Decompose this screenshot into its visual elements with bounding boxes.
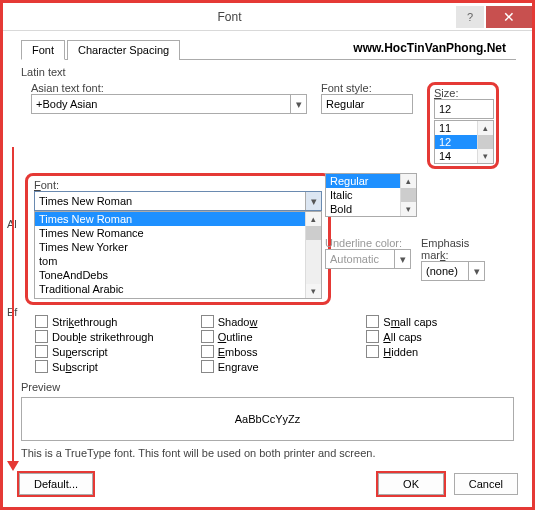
checkbox-engrave[interactable] — [201, 360, 214, 373]
chevron-down-icon: ▾ — [468, 262, 484, 280]
close-button[interactable]: ✕ — [486, 6, 532, 28]
checkbox-strikethrough[interactable] — [35, 315, 48, 328]
annotation-arrow-head — [7, 461, 19, 471]
scroll-down-icon[interactable]: ▾ — [478, 149, 493, 163]
font-label: Font: — [34, 179, 322, 191]
default-button-highlight: Default... — [17, 471, 95, 497]
chevron-down-icon: ▾ — [305, 192, 321, 210]
size-highlight: Size: 12 11 12 14 ▴ ▾ — [427, 82, 499, 169]
font-style-list[interactable]: Regular Italic Bold ▴ ▾ — [325, 173, 417, 217]
subscript-label: Subscript — [52, 361, 98, 373]
checkbox-small-caps[interactable] — [366, 315, 379, 328]
annotation-arrow — [12, 147, 14, 463]
underline-color-select: Automatic ▾ — [325, 249, 411, 269]
emphasis-label: Emphasis mark: — [421, 237, 485, 261]
help-button[interactable]: ? — [456, 6, 484, 28]
window-title: Font — [3, 10, 456, 24]
scroll-up-icon[interactable]: ▴ — [478, 121, 493, 135]
checkbox-superscript[interactable] — [35, 345, 48, 358]
hidden-label: Hidden — [383, 346, 418, 358]
ok-button-highlight: OK — [376, 471, 446, 497]
checkbox-emboss[interactable] — [201, 345, 214, 358]
font-highlight: Font: Times New Roman ▾ Times New Roman … — [25, 173, 331, 305]
preview-box: AaBbCcYyZz — [21, 397, 514, 441]
emboss-label: Emboss — [218, 346, 258, 358]
list-item[interactable]: Traditional Arabic — [35, 282, 321, 296]
cancel-button[interactable]: Cancel — [454, 473, 518, 495]
titlebar: Font ? ✕ — [3, 3, 532, 31]
scrollbar[interactable]: ▴ ▾ — [400, 174, 416, 216]
list-item[interactable]: ToneAndDebs — [35, 268, 321, 282]
asian-font-label: Asian text font: — [31, 82, 307, 94]
font-select[interactable]: Times New Roman ▾ — [34, 191, 322, 211]
tab-font[interactable]: Font — [21, 40, 65, 60]
emphasis-select[interactable]: (none) ▾ — [421, 261, 485, 281]
watermark: www.HocTinVanPhong.Net — [353, 41, 506, 55]
checkbox-hidden[interactable] — [366, 345, 379, 358]
ok-button[interactable]: OK — [378, 473, 444, 495]
checkbox-outline[interactable] — [201, 330, 214, 343]
default-button[interactable]: Default... — [19, 473, 93, 495]
font-dropdown-list[interactable]: Times New Roman Times New Romance Times … — [34, 211, 322, 299]
preview-text: AaBbCcYyZz — [235, 413, 300, 425]
scroll-up-icon[interactable]: ▴ — [401, 174, 416, 188]
list-item[interactable]: tom — [35, 254, 321, 268]
scroll-down-icon[interactable]: ▾ — [401, 202, 416, 216]
underline-color-label: Underline color: — [325, 237, 411, 249]
chevron-down-icon: ▾ — [394, 250, 410, 268]
engrave-label: Engrave — [218, 361, 259, 373]
size-label: Size: — [434, 87, 492, 99]
small-caps-label: Small caps — [383, 316, 437, 328]
checkbox-double-strikethrough[interactable] — [35, 330, 48, 343]
asian-font-select[interactable]: +Body Asian ▾ — [31, 94, 307, 114]
list-item[interactable]: Times New Yorker — [35, 240, 321, 254]
double-strikethrough-label: Double strikethrough — [52, 331, 154, 343]
size-list[interactable]: 11 12 14 ▴ ▾ — [434, 120, 494, 164]
checkbox-subscript[interactable] — [35, 360, 48, 373]
list-item[interactable]: Times New Roman — [35, 212, 321, 226]
checkbox-all-caps[interactable] — [366, 330, 379, 343]
strikethrough-label: Strikethrough — [52, 316, 117, 328]
preview-label: Preview — [21, 381, 514, 393]
font-style-label: Font style: — [321, 82, 413, 94]
list-item[interactable]: Times New Romance — [35, 226, 321, 240]
outline-label: Outline — [218, 331, 253, 343]
size-input[interactable]: 12 — [434, 99, 494, 119]
tab-strip: Font Character Spacing www.HocTinVanPhon… — [21, 39, 516, 60]
tab-character-spacing[interactable]: Character Spacing — [67, 40, 180, 60]
font-style-input[interactable]: Regular — [321, 94, 413, 114]
superscript-label: Superscript — [52, 346, 108, 358]
chevron-down-icon: ▾ — [290, 95, 306, 113]
shadow-label: Shadow — [218, 316, 258, 328]
truetype-note: This is a TrueType font. This font will … — [21, 447, 514, 459]
checkbox-shadow[interactable] — [201, 315, 214, 328]
scrollbar[interactable]: ▴ ▾ — [477, 121, 493, 163]
scrollbar[interactable]: ▴ ▾ — [305, 212, 321, 298]
scroll-up-icon[interactable]: ▴ — [306, 212, 321, 226]
scroll-down-icon[interactable]: ▾ — [306, 284, 321, 298]
latin-text-label: Latin text — [21, 66, 514, 78]
all-caps-label: All caps — [383, 331, 422, 343]
